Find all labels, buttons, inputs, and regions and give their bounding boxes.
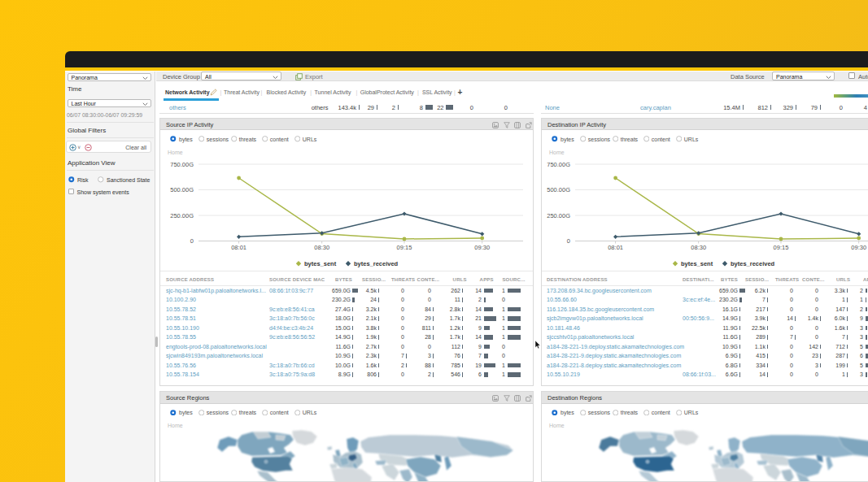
svg-text:09:30: 09:30 bbox=[474, 243, 490, 250]
svg-text:09:15: 09:15 bbox=[774, 243, 789, 250]
svg-text:750.00G: 750.00G bbox=[170, 160, 194, 167]
svg-text:08:30: 08:30 bbox=[691, 243, 706, 250]
svg-text:750.00G: 750.00G bbox=[547, 160, 570, 167]
svg-text:0: 0 bbox=[190, 237, 194, 245]
svg-text:500.00G: 500.00G bbox=[170, 186, 194, 193]
svg-text:0: 0 bbox=[567, 237, 570, 245]
svg-text:09:15: 09:15 bbox=[397, 243, 412, 250]
svg-text:bytes_received: bytes_received bbox=[731, 260, 775, 267]
svg-text:bytes_sent: bytes_sent bbox=[304, 260, 337, 267]
svg-text:250.00G: 250.00G bbox=[547, 211, 570, 219]
svg-text:500.00G: 500.00G bbox=[547, 186, 570, 193]
svg-text:08:01: 08:01 bbox=[231, 243, 246, 250]
svg-text:250.00G: 250.00G bbox=[170, 211, 194, 219]
svg-text:bytes_sent: bytes_sent bbox=[681, 260, 713, 267]
svg-text:09:30: 09:30 bbox=[851, 243, 866, 250]
svg-text:bytes_received: bytes_received bbox=[354, 260, 399, 267]
svg-text:08:30: 08:30 bbox=[314, 243, 329, 250]
svg-text:08:01: 08:01 bbox=[608, 243, 623, 250]
